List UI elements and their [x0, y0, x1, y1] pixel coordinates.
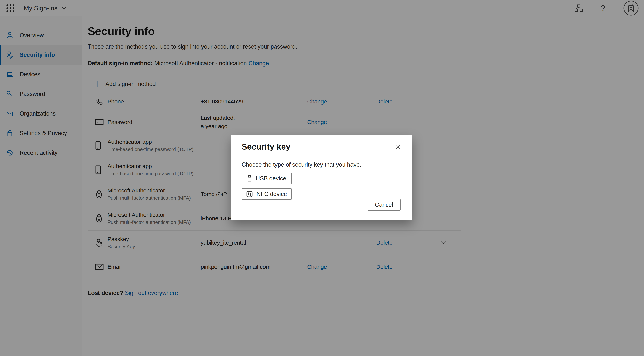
security-key-dialog: Security key Choose the type of security… — [231, 135, 412, 220]
close-icon[interactable] — [394, 143, 402, 151]
nfc-device-button[interactable]: NFC device — [242, 188, 292, 200]
usb-device-label: USB device — [256, 175, 286, 182]
nfc-device-label: NFC device — [256, 191, 287, 197]
usb-device-button[interactable]: USB device — [242, 173, 292, 184]
cancel-button[interactable]: Cancel — [368, 199, 400, 210]
nfc-device-icon — [246, 191, 253, 197]
usb-device-icon — [247, 175, 252, 182]
dialog-title: Security key — [242, 142, 290, 152]
dialog-body-text: Choose the type of security key that you… — [242, 161, 402, 168]
